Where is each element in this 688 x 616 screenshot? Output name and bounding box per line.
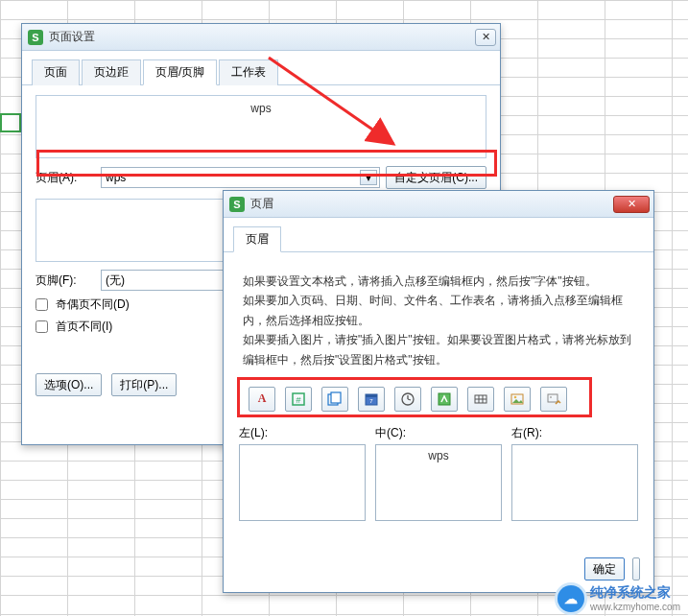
close-button[interactable]: ✕ <box>475 29 496 46</box>
custom-header-button-label: 自定义页眉(C)... <box>394 170 478 186</box>
first-page-diff-checkbox[interactable] <box>36 320 48 333</box>
header-preview: wps <box>36 95 486 158</box>
header-select[interactable]: wps ▾ <box>101 167 380 188</box>
svg-text:#: # <box>296 395 300 405</box>
header-select-value: wps <box>106 171 126 184</box>
date-icon[interactable]: 7 <box>358 387 385 412</box>
instruction-line-1: 如果要设置文本格式，请将插入点移至编辑框内，然后按"字体"按钮。 <box>243 274 597 288</box>
header-toolbar: A # 7 <box>239 379 638 419</box>
watermark: ☁ 纯净系统之家 www.kzmyhome.com <box>558 584 680 612</box>
header-label: 页眉(A): <box>36 170 95 186</box>
svg-rect-6 <box>366 394 377 397</box>
chevron-down-icon[interactable]: ▾ <box>360 170 377 185</box>
svg-line-10 <box>408 399 411 400</box>
header-dialog-tabs: 页眉 <box>224 218 653 252</box>
left-edit-box[interactable] <box>239 444 366 521</box>
left-label: 左(L): <box>239 425 366 441</box>
header-dialog-body: 如果要设置文本格式，请将插入点移至编辑框内，然后按"字体"按钮。 如果要加入页码… <box>224 252 653 533</box>
file-path-icon[interactable] <box>431 387 458 412</box>
header-three-columns: 左(L): 中(C): wps 右(R): <box>239 425 638 521</box>
format-picture-icon[interactable] <box>540 387 567 412</box>
center-edit-box[interactable]: wps <box>375 444 502 521</box>
odd-even-diff-label: 奇偶页不同(D) <box>56 296 130 313</box>
page-setup-tabs: 页面 页边距 页眉/页脚 工作表 <box>22 51 500 85</box>
close-button[interactable]: ✕ <box>613 196 650 213</box>
tab-worksheet[interactable]: 工作表 <box>219 59 278 85</box>
right-label: 右(R): <box>511 425 638 441</box>
wps-app-icon: S <box>229 197 245 212</box>
center-label: 中(C): <box>375 425 502 441</box>
header-dialog-title: 页眉 <box>250 196 611 212</box>
watermark-icon: ☁ <box>558 585 584 612</box>
svg-point-19 <box>550 396 552 398</box>
footer-select-value: (无) <box>106 272 125 289</box>
insert-picture-icon[interactable] <box>504 387 531 412</box>
cancel-button-partial[interactable] <box>632 557 640 580</box>
odd-even-diff-checkbox[interactable] <box>36 298 48 311</box>
right-edit-box[interactable] <box>511 444 638 521</box>
wps-app-icon: S <box>28 30 43 45</box>
tab-margins[interactable]: 页边距 <box>82 59 141 85</box>
page-number-icon[interactable]: # <box>285 387 312 412</box>
svg-rect-4 <box>331 392 341 403</box>
time-icon[interactable] <box>394 387 421 412</box>
ok-button[interactable]: 确定 <box>584 557 625 580</box>
center-column: 中(C): wps <box>375 425 502 521</box>
instruction-text: 如果要设置文本格式，请将插入点移至编辑框内，然后按"字体"按钮。 如果要加入页码… <box>243 272 634 369</box>
left-column: 左(L): <box>239 425 366 521</box>
sheet-name-icon[interactable] <box>467 387 494 412</box>
custom-header-button[interactable]: 自定义页眉(C)... <box>386 166 486 189</box>
options-button-label: 选项(O)... <box>44 377 93 393</box>
instruction-line-3: 如果要插入图片，请按"插入图片"按钮。如果要设置图片格式，请将光标放到编辑框中，… <box>243 333 631 366</box>
print-button[interactable]: 打印(P)... <box>111 373 177 396</box>
page-setup-titlebar[interactable]: S 页面设置 ✕ <box>22 24 500 51</box>
center-value: wps <box>428 449 448 462</box>
tab-header-footer[interactable]: 页眉/页脚 <box>143 59 217 85</box>
instruction-line-2: 如果要加入页码、日期、时间、文件名、工作表名，请将插入点移至编辑框内，然后选择相… <box>243 294 623 326</box>
right-column: 右(R): <box>511 425 638 521</box>
footer-label: 页脚(F): <box>36 272 95 289</box>
header-dialog-footer: 确定 <box>584 557 640 580</box>
page-setup-title: 页面设置 <box>49 29 473 45</box>
tab-header[interactable]: 页眉 <box>233 226 281 252</box>
total-pages-icon[interactable] <box>321 387 348 412</box>
watermark-url: www.kzmyhome.com <box>590 602 680 612</box>
print-button-label: 打印(P)... <box>120 377 168 393</box>
watermark-text: 纯净系统之家 <box>590 584 671 600</box>
svg-point-17 <box>514 396 517 399</box>
svg-rect-18 <box>548 394 558 402</box>
first-page-diff-label: 首页不同(I) <box>56 319 112 335</box>
tab-page[interactable]: 页面 <box>32 59 80 85</box>
header-dialog-titlebar[interactable]: S 页眉 ✕ <box>224 191 653 218</box>
ok-button-label: 确定 <box>593 561 616 578</box>
active-cell-outline <box>0 113 21 132</box>
options-button[interactable]: 选项(O)... <box>36 373 102 396</box>
font-icon[interactable]: A <box>249 387 275 412</box>
header-field-row: 页眉(A): wps ▾ 自定义页眉(C)... <box>36 166 486 189</box>
header-preview-text: wps <box>250 102 271 115</box>
header-dialog: S 页眉 ✕ 页眉 如果要设置文本格式，请将插入点移至编辑框内，然后按"字体"按… <box>223 190 654 593</box>
